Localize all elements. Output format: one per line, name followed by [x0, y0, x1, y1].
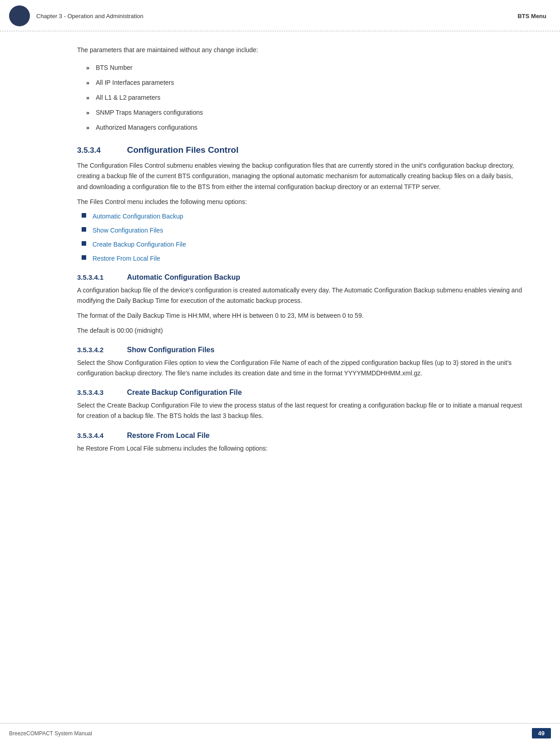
- header-left: Chapter 3 - Operation and Administration: [9, 5, 143, 26]
- list-item-text: All IP Interfaces parameters: [96, 78, 174, 87]
- list-item-text: SNMP Traps Managers configurations: [96, 108, 203, 117]
- menu-item-link[interactable]: Show Configuration Files: [93, 226, 163, 235]
- footer-page-number: 49: [532, 728, 551, 738]
- subsection-heading-35341: 3.5.3.4.1 Automatic Configuration Backup: [77, 273, 524, 282]
- square-bullet-icon: [82, 227, 86, 232]
- subsection-para: A configuration backup file of the devic…: [77, 285, 524, 306]
- intro-text: The parameters that are maintained witho…: [77, 45, 524, 55]
- arrow-icon: »: [86, 93, 89, 102]
- list-item-text: All L1 & L2 parameters: [96, 93, 160, 102]
- section-description: The Configuration Files Control submenu …: [77, 160, 524, 192]
- section-title-text: Configuration Files Control: [127, 145, 239, 155]
- arrow-icon: »: [86, 108, 89, 117]
- list-item: » SNMP Traps Managers configurations: [86, 108, 524, 117]
- subsection-number: 3.5.3.4.1: [77, 273, 118, 281]
- chapter-icon: [9, 5, 30, 26]
- subsection-number: 3.5.3.4.3: [77, 388, 118, 396]
- subsection-para: The default is 00:00 (midnight): [77, 325, 524, 336]
- menu-intro-text: The Files Control menu includes the foll…: [77, 197, 524, 207]
- list-item: Create Backup Configuration File: [82, 240, 524, 249]
- arrow-list: » BTS Number » All IP Interfaces paramet…: [86, 63, 524, 132]
- list-item: Restore From Local File: [82, 254, 524, 263]
- subsection-heading-35344: 3.5.3.4.4 Restore From Local File: [77, 432, 524, 440]
- subsection-para: he Restore From Local File submenu inclu…: [77, 443, 524, 454]
- subsection-para: Select the Show Configuration Files opti…: [77, 358, 524, 379]
- menu-item-link[interactable]: Restore From Local File: [93, 254, 160, 263]
- menu-items-list: Automatic Configuration Backup Show Conf…: [82, 212, 524, 263]
- subsection-number: 3.5.3.4.2: [77, 346, 118, 354]
- list-item: » All L1 & L2 parameters: [86, 93, 524, 102]
- subsection-para: The format of the Daily Backup Time is H…: [77, 311, 524, 321]
- page-header: Chapter 3 - Operation and Administration…: [0, 0, 560, 31]
- menu-item-link[interactable]: Automatic Configuration Backup: [93, 212, 183, 221]
- subsection-number: 3.5.3.4.4: [77, 432, 118, 439]
- arrow-icon: »: [86, 123, 89, 132]
- subsection-heading-35343: 3.5.3.4.3 Create Backup Configuration Fi…: [77, 388, 524, 397]
- section-title-header: BTS Menu: [517, 13, 546, 19]
- square-bullet-icon: [82, 241, 86, 246]
- subsection-para: Select the Create Backup Configuration F…: [77, 400, 524, 421]
- subsection-title-text: Create Backup Configuration File: [127, 388, 242, 397]
- arrow-icon: »: [86, 78, 89, 87]
- chapter-title: Chapter 3 - Operation and Administration: [36, 13, 143, 19]
- arrow-icon: »: [86, 63, 89, 73]
- list-item: » Authorized Managers configurations: [86, 123, 524, 132]
- square-bullet-icon: [82, 213, 86, 218]
- subsection-title-text: Show Configuration Files: [127, 346, 214, 354]
- square-bullet-icon: [82, 255, 86, 260]
- main-content: The parameters that are maintained witho…: [0, 31, 560, 486]
- subsection-heading-35342: 3.5.3.4.2 Show Configuration Files: [77, 346, 524, 354]
- subsection-title-text: Automatic Configuration Backup: [127, 273, 240, 282]
- list-item: » BTS Number: [86, 63, 524, 73]
- list-item-text: Authorized Managers configurations: [96, 123, 197, 132]
- section-number: 3.5.3.4: [77, 146, 118, 155]
- page-footer: BreezeCOMPACT System Manual 49: [0, 723, 560, 743]
- footer-product: BreezeCOMPACT System Manual: [9, 730, 92, 737]
- list-item: » All IP Interfaces parameters: [86, 78, 524, 87]
- menu-item-link[interactable]: Create Backup Configuration File: [93, 240, 186, 249]
- section-heading-3534: 3.5.3.4 Configuration Files Control: [77, 145, 524, 155]
- list-item: Automatic Configuration Backup: [82, 212, 524, 221]
- list-item-text: BTS Number: [96, 63, 132, 73]
- subsection-title-text: Restore From Local File: [127, 432, 209, 440]
- list-item: Show Configuration Files: [82, 226, 524, 235]
